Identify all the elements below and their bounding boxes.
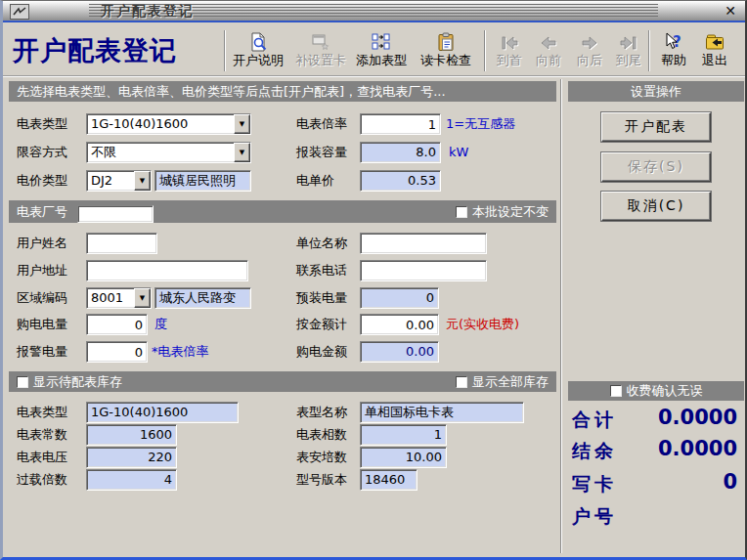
inv-meter-type-field: 1G-10(40)1600 [86,402,239,423]
toolbar-button-label: 补设置卡 [295,52,346,68]
factory-input[interactable] [77,205,154,223]
balance-label: 结余 [572,439,617,464]
capacity-unit: kW [449,142,468,163]
price-type-value: DJ2 [87,171,134,191]
toolbar-button-exit[interactable]: 退出 [695,28,734,74]
total-label: 合计 [572,408,617,433]
limit-mode-combo[interactable]: 不限 ▼ [86,142,251,163]
alarm-qty-input[interactable] [86,341,148,363]
buy-qty-input[interactable] [86,314,148,335]
preload-field: 0 [360,287,439,309]
toolbar-button-account-help[interactable]: 开户说明 [228,28,288,74]
meter-type-value: 1G-10(40)1600 [87,114,234,134]
area-code-combo[interactable]: 8001 ▼ [86,287,152,309]
price-type-desc-field: 城镇居民照明 [154,170,251,192]
limit-mode-label: 限容方式 [17,142,67,163]
org-name-label: 单位名称 [296,233,347,254]
arrow-last-icon [619,28,638,52]
phone-input[interactable] [360,260,487,281]
factory-label: 电表厂号 [17,203,67,221]
chevron-down-icon[interactable]: ▼ [134,288,151,308]
price-type-combo[interactable]: DJ2 ▼ [86,170,152,192]
overload-label: 过载倍数 [17,469,67,491]
meter-type-combo[interactable]: 1G-10(40)1600 ▼ [86,113,251,135]
toolbar-separator [648,30,650,71]
chevron-down-icon[interactable]: ▼ [234,143,250,162]
batch-fixed-label: 本批设定不变 [472,203,549,221]
factory-bar: 电表厂号 本批设定不变 [9,200,556,223]
toolbar-separator [484,30,486,71]
app-window: 开户配表登记 ✕ 开户配表登记 开户说明 补设置卡 添加表型 [0,0,747,560]
title-bar[interactable]: 开户配表登记 ✕ [3,1,745,22]
show-all-label: 显示全部库存 [472,373,549,391]
main-area: 先选择电表类型、电表倍率、电价类型等后点击[开户配表]，查找电表厂号... 设置… [3,76,745,557]
constant-field: 1600 [86,424,177,446]
limit-mode-value: 不限 [87,143,234,162]
add-type-icon [372,28,391,52]
arrow-first-icon [500,28,519,52]
deposit-label: 按金额计 [296,314,347,335]
toolbar-button-label: 添加表型 [356,52,407,68]
version-label: 型号版本 [296,469,347,491]
close-icon[interactable]: ✕ [725,3,736,19]
balance-value: 0.0000 [658,437,737,460]
inv-meter-type-label: 电表类型 [17,402,67,423]
area-code-value: 8001 [87,288,134,308]
toolbar-button-next: 向后 [572,28,607,74]
meter-type-label: 电表类型 [17,113,67,135]
toolbar-button-label: 退出 [702,52,727,68]
alarm-qty-label: 报警电量 [17,341,67,363]
arrow-prev-icon [539,28,558,52]
write-card-value: 0 [723,470,737,494]
toolbar-button-help[interactable]: ? 帮助 [654,28,693,74]
show-pending-checkbox[interactable] [17,376,28,388]
area-desc-field: 城东人民路变 [154,287,251,309]
app-logo-icon [10,4,29,23]
instruction-text: 先选择电表类型、电表倍率、电价类型等后点击[开户配表]，查找电表厂号... [17,83,446,101]
toolbar-button-read-card-check[interactable]: 读卡检查 [414,28,478,74]
phone-label: 联系电话 [296,260,347,281]
buy-amt-field: 0.00 [360,341,439,363]
toolbar-button-label: 帮助 [661,52,686,68]
save-button: 保存(S) [601,152,711,182]
phases-label: 电表相数 [296,424,347,446]
settings-header-label: 设置操作 [631,83,681,101]
capacity-field: 8.0 [360,142,441,163]
toolbar-button-last: 到尾 [611,28,646,74]
toolbar-button-first: 到首 [492,28,527,74]
buy-qty-label: 购电电量 [17,314,67,335]
buy-qty-unit: 度 [154,314,167,335]
address-label: 用户地址 [17,260,67,281]
chevron-down-icon[interactable]: ▼ [134,171,151,191]
unit-price-field: 0.53 [360,170,441,192]
cancel-button[interactable]: 取消(C) [601,192,711,221]
factory-input-wrap [77,203,154,221]
toolbar-separator [224,30,226,71]
ratio-input[interactable] [360,113,441,135]
toolbar-button-label: 到尾 [616,52,641,68]
toolbar-button-previous: 向前 [531,28,566,74]
open-account-button[interactable]: 开户配表 [601,112,711,142]
capacity-label: 报装容量 [296,142,347,163]
price-type-label: 电价类型 [17,170,67,192]
user-name-input[interactable] [86,233,157,254]
batch-fixed-checkbox[interactable] [456,206,467,218]
address-input[interactable] [86,260,248,281]
version-field: 18460 [360,469,417,491]
show-all-checkbox[interactable] [456,376,467,388]
chevron-down-icon[interactable]: ▼ [234,114,250,134]
toolbar-button-add-meter-type[interactable]: 添加表型 [351,28,412,74]
ampere-field: 10.00 [360,447,447,468]
ampere-label: 表安培数 [296,447,347,468]
settings-header-bar: 设置操作 [568,81,744,102]
panel-divider [560,79,562,553]
deposit-input[interactable] [360,314,439,335]
voltage-field: 220 [86,447,177,468]
window-title: 开户配表登记 [101,3,195,21]
exit-icon [705,28,725,52]
fee-confirm-checkbox[interactable] [610,385,622,397]
deposit-hint: 元(实收电费) [446,314,519,335]
overload-field: 4 [86,469,177,491]
show-pending-label: 显示待配表库存 [33,373,122,391]
org-name-input[interactable] [360,233,487,254]
